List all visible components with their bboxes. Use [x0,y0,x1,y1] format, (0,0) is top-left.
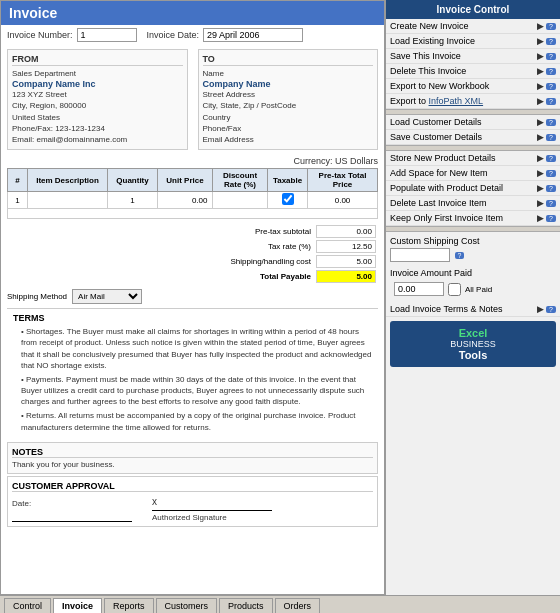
export-xml-button[interactable]: Export to InfoPath XML ▶ ? [386,94,560,109]
from-dept: Sales Department [12,68,183,79]
invoice-date-label: Invoice Date: [147,30,200,40]
tab-bar: Control Invoice Reports Customers Produc… [0,595,560,613]
save-customer-label: Save Customer Details [390,132,535,142]
item-qty[interactable] [108,192,158,209]
store-product-button[interactable]: Store New Product Details ▶ ? [386,151,560,166]
help-icon[interactable]: ? [546,53,556,60]
delete-invoice-label: Delete This Invoice [390,66,535,76]
subtotals-section: Pre-tax subtotal 0.00 Tax rate (%) 12.50… [1,221,384,287]
invoice-number-label: Invoice Number: [7,30,73,40]
total-row: Total Payable 5.00 [9,270,376,283]
tab-invoice[interactable]: Invoice [53,598,102,613]
delete-last-button[interactable]: Delete Last Invoice Item ▶ ? [386,196,560,211]
help-icon[interactable]: ? [546,134,556,141]
handling-label: Shipping/handling cost [114,255,314,268]
load-terms-button[interactable]: Load Invoice Terms & Notes ▶ ? [386,302,560,317]
item-disc[interactable] [213,192,268,209]
export-workbook-button[interactable]: Export to New Workbook ▶ ? [386,79,560,94]
add-space-button[interactable]: Add Space for New Item ▶ ? [386,166,560,181]
store-product-label: Store New Product Details [390,153,535,163]
spreadsheet-container: Invoice Invoice Number: Invoice Date: FR… [0,0,560,613]
from-address1: 123 XYZ Street [12,89,183,100]
help-icon[interactable]: ? [546,83,556,90]
export-workbook-label: Export to New Workbook [390,81,535,91]
terms-section: TERMS Shortages. The Buyer must make all… [7,308,378,440]
date-label: Date: [12,499,132,508]
help-icon[interactable]: ? [546,98,556,105]
load-customer-button[interactable]: Load Customer Details ▶ ? [386,115,560,130]
pretax-value: 0.00 [316,225,376,238]
shipping-row: Shipping Method Air Mail [1,287,384,306]
from-box: FROM Sales Department Company Name Inc 1… [7,49,188,150]
help-icon[interactable]: ? [546,185,556,192]
col-header-qty: Quantity [108,169,158,192]
help-icon[interactable]: ? [455,252,465,259]
tab-reports[interactable]: Reports [104,598,154,613]
to-phone: Phone/Fax [203,123,374,134]
shipping-method-select[interactable]: Air Mail [72,289,142,304]
save-invoice-button[interactable]: Save This Invoice ▶ ? [386,49,560,64]
save-customer-button[interactable]: Save Customer Details ▶ ? [386,130,560,145]
table-row: 1 0.00 [8,192,378,209]
shipping-method-label: Shipping Method [7,292,67,301]
populate-button[interactable]: Populate with Product Detail ▶ ? [386,181,560,196]
customer-approval-section: CUSTOMER APPROVAL Date: x Authorized Sig… [7,476,378,527]
sig-x: x [152,496,272,507]
handling-value: 5.00 [316,255,376,268]
from-address3: United States [12,112,183,123]
help-icon[interactable]: ? [546,23,556,30]
items-table: # Item Description Quantity Unit Price D… [7,168,378,219]
export-xml-label: Export to InfoPath XML [390,96,535,106]
col-header-unit: Unit Price [158,169,213,192]
notes-text: Thank you for your business. [12,460,373,469]
delete-invoice-button[interactable]: Delete This Invoice ▶ ? [386,64,560,79]
populate-label: Populate with Product Detail [390,183,535,193]
item-unit[interactable] [158,192,213,209]
help-icon[interactable]: ? [546,155,556,162]
tools-text: Tools [394,349,552,361]
to-box: TO Name Company Name Street Address City… [198,49,379,150]
item-price: 0.00 [308,192,378,209]
arrow-icon: ▶ [537,51,544,61]
tab-orders[interactable]: Orders [275,598,321,613]
create-new-label: Create New Invoice [390,21,535,31]
help-icon[interactable]: ? [546,38,556,45]
tab-customers[interactable]: Customers [156,598,218,613]
arrow-icon: ▶ [537,304,544,314]
from-phone: Phone/Fax: 123-123-1234 [12,123,183,134]
excel-text: Excel [394,327,552,339]
item-desc[interactable] [28,192,108,209]
create-new-invoice-button[interactable]: Create New Invoice ▶ ? [386,19,560,34]
sig-label: Authorized Signature [152,513,272,522]
all-paid-checkbox[interactable] [448,283,461,296]
date-input[interactable] [12,510,132,522]
help-icon[interactable]: ? [546,200,556,207]
tab-control[interactable]: Control [4,598,51,613]
help-icon[interactable]: ? [546,119,556,126]
terms-header: TERMS [13,313,372,323]
invoice-area: Invoice Invoice Number: Invoice Date: FR… [0,0,385,595]
help-icon[interactable]: ? [546,68,556,75]
invoice-date-input[interactable] [203,28,303,42]
custom-shipping-input[interactable] [390,248,450,262]
invoice-number-input[interactable] [77,28,137,42]
invoice-date-group: Invoice Date: [147,28,304,42]
keep-first-button[interactable]: Keep Only First Invoice Item ▶ ? [386,211,560,226]
help-icon[interactable]: ? [546,215,556,222]
tab-products[interactable]: Products [219,598,273,613]
sig-line [152,509,272,511]
amount-paid-section: Invoice Amount Paid All Paid [386,266,560,302]
business-text: BUSINESS [394,339,552,349]
arrow-icon: ▶ [537,36,544,46]
load-customer-label: Load Customer Details [390,117,535,127]
help-icon[interactable]: ? [546,170,556,177]
signature-field: x Authorized Signature [152,496,272,522]
from-label: FROM [12,54,183,66]
to-company: Company Name [203,79,374,89]
item-tax[interactable] [268,192,308,209]
amount-paid-input[interactable] [394,282,444,296]
load-existing-button[interactable]: Load Existing Invoice ▶ ? [386,34,560,49]
help-icon[interactable]: ? [546,306,556,313]
invoice-paid-row: All Paid [390,278,556,300]
arrow-icon: ▶ [537,153,544,163]
